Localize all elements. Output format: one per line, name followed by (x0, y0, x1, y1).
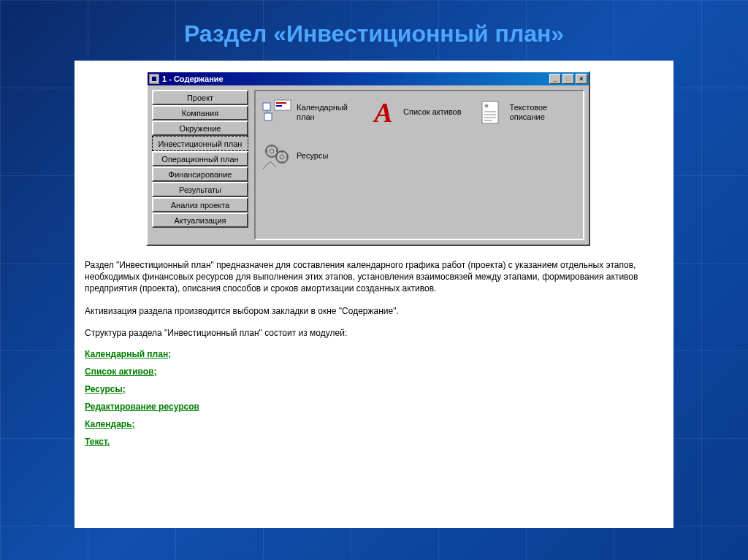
document-icon (475, 97, 505, 128)
link-resources[interactable]: Ресурсы; (85, 384, 126, 394)
svg-rect-4 (276, 102, 286, 104)
module-row: Календарный план A Список активов (262, 97, 577, 128)
module-label: Календарный план (297, 103, 355, 122)
tab-financing[interactable]: Финансирование (152, 166, 248, 182)
module-resources[interactable]: Ресурсы (262, 141, 328, 172)
gears-icon (262, 141, 292, 172)
link-calendar[interactable]: Календарь; (85, 419, 135, 429)
svg-point-17 (276, 151, 288, 163)
svg-text:A: A (373, 97, 392, 128)
system-menu-icon[interactable] (149, 74, 159, 84)
app-window: 1 - Содержание _ □ × Проект Компания Окр… (146, 71, 590, 246)
link-edit-resources[interactable]: Редактирование ресурсов (85, 402, 199, 412)
tab-results[interactable]: Результаты (152, 182, 248, 197)
list-item: Список активов; (85, 367, 663, 377)
svg-rect-5 (276, 105, 282, 107)
svg-rect-1 (264, 113, 272, 120)
module-asset-list[interactable]: A Список активов (368, 97, 462, 128)
module-label: Текстовое описание (510, 103, 568, 122)
module-links-list: Календарный план; Список активов; Ресурс… (85, 349, 663, 447)
close-button[interactable]: × (576, 74, 587, 84)
module-text-description[interactable]: Текстовое описание (475, 97, 568, 128)
window-controls: _ □ × (549, 74, 587, 84)
tab-operational-plan[interactable]: Операционный план (152, 151, 248, 166)
description-paragraph: Активизация раздела производится выбором… (85, 305, 663, 317)
tab-project[interactable]: Проект (152, 90, 248, 105)
svg-point-16 (270, 149, 274, 153)
description-paragraph: Структура раздела "Инвестиционный план" … (85, 327, 663, 339)
list-item: Ресурсы; (85, 384, 663, 394)
list-item: Редактирование ресурсов (85, 402, 663, 412)
module-calendar-plan[interactable]: Календарный план (262, 97, 355, 128)
svg-line-2 (267, 110, 268, 113)
link-asset-list[interactable]: Список активов; (85, 367, 157, 377)
module-row: Ресурсы (262, 141, 577, 172)
module-label: Ресурсы (297, 151, 328, 161)
letter-a-icon: A (368, 97, 399, 128)
module-label: Список активов (403, 107, 462, 117)
maximize-button: □ (562, 74, 574, 84)
calendar-chart-icon (262, 97, 292, 128)
tab-actualization[interactable]: Актуализация (152, 212, 248, 228)
tab-company[interactable]: Компания (152, 105, 248, 120)
modules-area: Календарный план A Список активов (254, 90, 584, 240)
tab-investment-plan[interactable]: Инвестиционный план (152, 136, 248, 151)
section-tabs: Проект Компания Окружение Инвестиционный… (152, 90, 248, 240)
link-calendar-plan[interactable]: Календарный план; (85, 349, 171, 359)
svg-rect-0 (263, 103, 270, 110)
content-panel: 1 - Содержание _ □ × Проект Компания Окр… (75, 61, 673, 528)
list-item: Календарь; (85, 419, 663, 429)
svg-point-18 (280, 155, 284, 159)
tab-project-analysis[interactable]: Анализ проекта (152, 197, 248, 212)
window-title: 1 - Содержание (162, 74, 549, 83)
tab-environment[interactable]: Окружение (152, 120, 248, 136)
list-item: Календарный план; (85, 349, 663, 359)
titlebar: 1 - Содержание _ □ × (148, 72, 589, 85)
list-item: Текст. (85, 437, 663, 447)
minimize-button[interactable]: _ (549, 74, 561, 84)
slide-title: Раздел «Инвестиционный план» (0, 0, 748, 61)
window-body: Проект Компания Окружение Инвестиционный… (148, 85, 589, 245)
link-text[interactable]: Текст. (85, 437, 110, 447)
description-paragraph: Раздел "Инвестиционный план" предназначе… (85, 259, 663, 295)
